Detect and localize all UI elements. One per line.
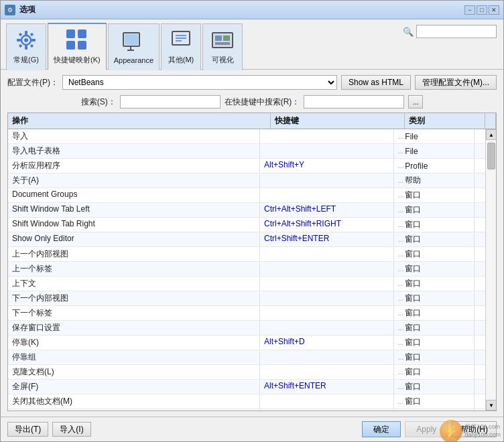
svg-rect-3: [25, 46, 27, 50]
category-dots[interactable]: ...: [398, 265, 403, 273]
table-row[interactable]: 下一个内部视图... 窗口: [8, 291, 485, 306]
shortcut-cell: [260, 129, 394, 143]
tab-general[interactable]: 常规(G): [6, 23, 46, 70]
category-dots[interactable]: ...: [398, 280, 403, 287]
search-label: 搜索(S)：: [81, 96, 116, 108]
table-row[interactable]: 关于(A)... 帮助: [8, 173, 485, 188]
table-row[interactable]: 关闭所有文档(A)... 窗口: [8, 409, 485, 411]
table-row[interactable]: 导入电子表格... File: [8, 144, 485, 159]
shortcut-cell: [260, 321, 394, 335]
action-cell: 下一个内部视图: [8, 291, 260, 305]
category-cell: ... 窗口: [394, 365, 475, 379]
profile-select[interactable]: NetBeans: [62, 75, 337, 90]
top-search-input[interactable]: [416, 25, 497, 38]
category-dots[interactable]: ...: [398, 354, 403, 361]
scroll-down-arrow[interactable]: ▼: [486, 400, 496, 411]
category-text: 帮助: [405, 175, 421, 186]
category-text: 窗口: [405, 322, 421, 334]
table-body[interactable]: 导入... File导入电子表格... File分析应用程序Alt+Shift+…: [8, 129, 485, 411]
svg-rect-23: [215, 42, 230, 45]
category-dots[interactable]: ...: [398, 309, 403, 317]
category-dots[interactable]: ...: [398, 162, 403, 169]
profile-label: 配置文件(P)：: [7, 77, 58, 88]
category-dots[interactable]: ...: [398, 368, 403, 376]
category-cell: ... 窗口: [394, 291, 475, 305]
table-row[interactable]: Shift Window Tab LeftCtrl+Alt+Shift+LEFT…: [8, 203, 485, 218]
shortcut-cell: [260, 350, 394, 364]
tab-appearance[interactable]: Appearance: [108, 23, 160, 70]
dialog-title: 选项: [19, 4, 36, 15]
table-row[interactable]: 保存窗口设置... 窗口: [8, 321, 485, 336]
show-html-button[interactable]: Show as HTML: [341, 75, 411, 90]
category-text: 窗口: [405, 307, 421, 319]
table-row[interactable]: 上一个内部视图... 窗口: [8, 247, 485, 262]
table-row[interactable]: 上一个标签... 窗口: [8, 262, 485, 277]
scroll-track[interactable]: [486, 140, 496, 400]
category-text: 窗口: [405, 293, 421, 304]
col-shortcut: 快捷键: [271, 113, 405, 129]
action-cell: Shift Window Tab Left: [8, 203, 260, 217]
category-text: 窗口: [405, 352, 421, 363]
table-row[interactable]: 导入... File: [8, 129, 485, 144]
category-dots[interactable]: ...: [398, 339, 403, 346]
category-dots[interactable]: ...: [398, 398, 403, 405]
shortcut-cell: [260, 365, 394, 379]
category-dots[interactable]: ...: [398, 383, 403, 390]
category-dots[interactable]: ...: [398, 250, 403, 258]
tab-other-label: 其他(M): [168, 55, 194, 65]
shortcut-search-button[interactable]: ...: [408, 95, 423, 108]
category-dots[interactable]: ...: [398, 295, 403, 302]
table-row[interactable]: 下一个标签... 窗口: [8, 306, 485, 321]
export-button[interactable]: 导出(T): [7, 422, 48, 437]
options-dialog: ⚙ 选项 − □ ✕: [0, 0, 504, 442]
category-text: Profile: [405, 161, 428, 171]
category-cell: ... 窗口: [394, 262, 475, 276]
svg-rect-5: [32, 39, 36, 42]
minimize-button[interactable]: −: [464, 5, 475, 15]
category-text: 窗口: [405, 219, 421, 230]
table-row[interactable]: Shift Window Tab RightCtrl+Alt+Shift+RIG…: [8, 218, 485, 232]
action-cell: 下一个标签: [8, 306, 260, 320]
category-text: 窗口: [405, 396, 421, 407]
category-dots[interactable]: ...: [398, 221, 403, 228]
category-text: 窗口: [405, 204, 421, 216]
tab-shortcuts[interactable]: 快捷键映射(K): [48, 23, 107, 70]
table-row[interactable]: 分析应用程序Alt+Shift+Y... Profile: [8, 159, 485, 173]
table-row[interactable]: 停靠组... 窗口: [8, 350, 485, 365]
table-row[interactable]: 上下文... 窗口: [8, 277, 485, 291]
shortcut-search-input[interactable]: [304, 95, 404, 108]
import-button[interactable]: 导入(I): [52, 422, 90, 437]
table-row[interactable]: 全屏(F)Alt+Shift+ENTER... 窗口: [8, 380, 485, 394]
close-button[interactable]: ✕: [489, 5, 499, 15]
category-dots[interactable]: ...: [398, 192, 403, 199]
scroll-thumb[interactable]: [487, 143, 495, 169]
shortcut-cell: [260, 277, 394, 291]
search-input[interactable]: [120, 95, 220, 108]
category-dots[interactable]: ...: [398, 324, 403, 332]
category-dots[interactable]: ...: [398, 206, 403, 214]
svg-point-1: [24, 38, 28, 42]
svg-rect-7: [30, 33, 34, 37]
category-dots[interactable]: ...: [398, 177, 403, 184]
manage-profiles-button[interactable]: 管理配置文件(M)...: [415, 75, 497, 90]
category-dots[interactable]: ...: [398, 147, 403, 155]
table-row[interactable]: 关闭其他文档(M)... 窗口: [8, 394, 485, 409]
table-row[interactable]: 克隆文档(L)... 窗口: [8, 365, 485, 380]
scroll-up-arrow[interactable]: ▲: [486, 129, 496, 140]
table-row[interactable]: 停靠(K)Alt+Shift+D... 窗口: [8, 336, 485, 350]
ok-button[interactable]: 确定: [362, 421, 401, 437]
tab-visible[interactable]: 可视化: [202, 23, 243, 70]
category-dots[interactable]: ...: [398, 133, 403, 140]
table-row[interactable]: Document Groups... 窗口: [8, 188, 485, 203]
vertical-scrollbar[interactable]: ▲ ▼: [485, 129, 496, 411]
category-cell: ... File: [394, 144, 475, 158]
category-dots[interactable]: ...: [398, 236, 403, 243]
table-row[interactable]: Show Only EditorCtrl+Shift+ENTER... 窗口: [8, 232, 485, 247]
action-cell: 关于(A): [8, 173, 260, 188]
maximize-button[interactable]: □: [477, 5, 487, 15]
col-scroll: [485, 113, 496, 129]
category-text: File: [405, 132, 418, 141]
shortcut-cell: [260, 262, 394, 276]
tab-other[interactable]: 其他(M): [161, 23, 201, 70]
tab-bar: 常规(G) 快捷键映射(K) Appearance: [1, 19, 503, 70]
